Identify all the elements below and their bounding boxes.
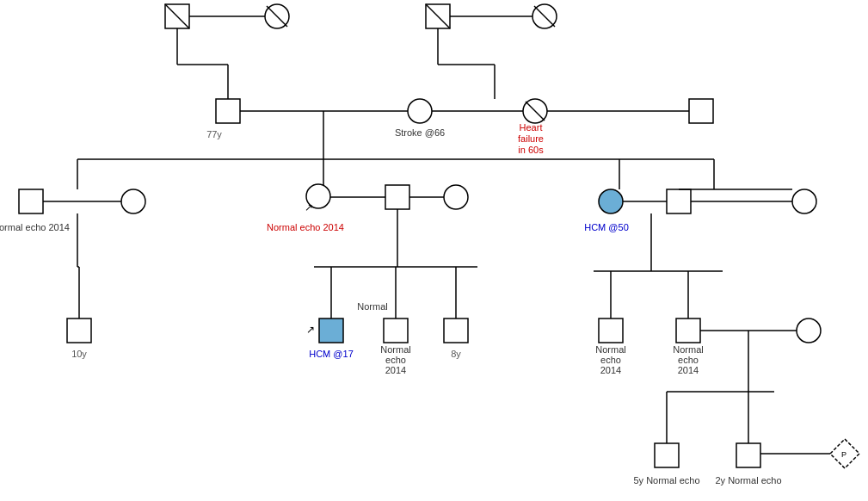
svg-line-19: [526, 102, 545, 121]
svg-line-6: [426, 4, 450, 28]
svg-rect-58: [444, 319, 468, 343]
svg-point-34: [444, 185, 468, 209]
label-2y: 2y Normal echo: [715, 475, 781, 486]
svg-rect-13: [216, 99, 240, 123]
svg-rect-62: [599, 319, 623, 343]
svg-rect-27: [19, 189, 43, 213]
svg-rect-70: [655, 443, 679, 467]
svg-line-3: [267, 6, 287, 27]
label-normal-r1b: echo: [600, 355, 621, 365]
svg-point-40: [792, 189, 816, 213]
label-hcm17: HCM @17: [309, 349, 354, 359]
pedigree-chart: ↗ ↗: [0, 0, 868, 501]
label-normal-mid-child: Normal: [380, 344, 410, 355]
label-77y: 77y: [206, 129, 222, 139]
svg-rect-56: [384, 319, 408, 343]
label-8y: 8y: [451, 349, 461, 359]
label-normal-r2b: echo: [678, 355, 699, 365]
svg-rect-33: [385, 185, 409, 209]
label-normal-r1: Normal: [595, 344, 625, 355]
pedigree-svg: ↗ ↗: [0, 0, 868, 501]
svg-point-65: [797, 319, 821, 343]
svg-rect-72: [736, 443, 760, 467]
svg-rect-20: [689, 99, 713, 123]
label-5y: 5y Normal echo: [633, 475, 699, 486]
svg-point-38: [599, 189, 623, 213]
label-normal-echo-mid: Normal echo 2014: [267, 222, 344, 232]
label-normal-r2: Normal: [673, 344, 703, 355]
svg-point-17: [408, 99, 432, 123]
label-heartfailure-line2: failure: [518, 133, 544, 144]
svg-text:↗: ↗: [306, 324, 315, 336]
label-heartfailure-line3: in 60s: [518, 145, 544, 155]
label-normal-r2c: 2014: [678, 365, 699, 375]
label-10y: 10y: [71, 349, 87, 359]
label-stroke: Stroke @66: [395, 127, 445, 138]
label-hcm50: HCM @50: [584, 222, 629, 232]
label-normal: Normal: [357, 301, 387, 312]
label-normal-r1c: 2014: [600, 365, 621, 375]
svg-rect-39: [667, 189, 691, 213]
svg-rect-48: [67, 319, 91, 343]
svg-point-28: [121, 189, 145, 213]
svg-rect-53: [319, 319, 343, 343]
svg-text:↗: ↗: [305, 201, 313, 213]
svg-line-1: [165, 4, 189, 28]
svg-line-8: [534, 6, 555, 27]
svg-text:P: P: [841, 450, 846, 459]
label-heartfailure-line1: Heart: [520, 122, 543, 133]
label-normal-mid-child3: 2014: [385, 365, 406, 375]
label-normal-mid-child2: echo: [385, 355, 406, 365]
svg-rect-64: [676, 319, 700, 343]
label-normal-echo-left: Normal echo 2014: [0, 222, 70, 232]
